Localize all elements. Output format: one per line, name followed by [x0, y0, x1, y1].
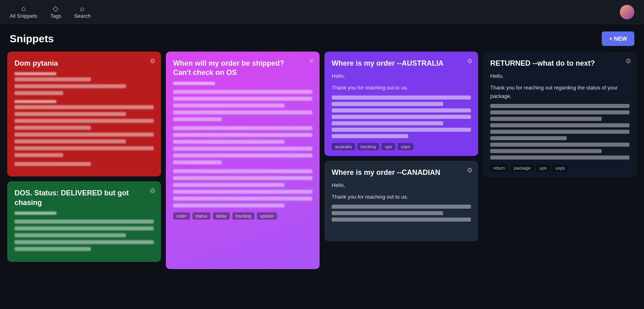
tag-update[interactable]: update [257, 212, 277, 220]
tag-delay[interactable]: delay [213, 212, 230, 220]
card-title: Dom pytania [14, 59, 154, 68]
card-body [14, 72, 154, 166]
tag-order[interactable]: order [173, 212, 190, 220]
tag-package[interactable]: package [511, 164, 534, 172]
card-tags: australia tracking ups usps [332, 143, 471, 150]
search-icon: ⌕ [80, 5, 85, 12]
tag-tracking[interactable]: tracking [357, 143, 380, 150]
nav-all-snippets-label: All Snippets [10, 13, 37, 19]
snippet-column-4: ⚙ RETURNED --what do to next? Hello, Tha… [481, 52, 639, 274]
tag-australia[interactable]: australia [332, 143, 355, 150]
card-body [173, 82, 312, 207]
card-title: Where is my order --AUSTRALIA [332, 59, 471, 68]
card-title: When will my order be shipped? Can't che… [173, 59, 312, 78]
card-where-canadian[interactable]: ⚙ Where is my order --CANADIAN Hello, Th… [324, 161, 478, 241]
page-header: Snippets + NEW [0, 24, 644, 52]
gear-icon[interactable]: ✕ [309, 57, 314, 65]
snippet-column-3: ⚙ Where is my order --AUSTRALIA Hello, T… [322, 52, 481, 274]
snippet-column-2: ✕ When will my order be shipped? Can't c… [163, 52, 322, 274]
snippet-column-1: ⚙ Dom pytania [5, 52, 163, 274]
card-where-australia[interactable]: ⚙ Where is my order --AUSTRALIA Hello, T… [324, 52, 478, 156]
card-body [14, 212, 154, 251]
gear-icon[interactable]: ⚙ [150, 57, 155, 65]
tag-usps[interactable]: usps [398, 143, 413, 150]
nav-all-snippets[interactable]: ⌂ All Snippets [10, 5, 37, 19]
card-returned[interactable]: ⚙ RETURNED --what do to next? Hello, Tha… [483, 52, 637, 177]
avatar[interactable] [620, 5, 634, 19]
nav-search[interactable]: ⌕ Search [74, 5, 91, 19]
card-dom-pytania[interactable]: ⚙ Dom pytania [7, 52, 161, 176]
gear-icon[interactable]: ⚙ [625, 57, 631, 65]
nav-items: ⌂ All Snippets ◇ Tags ⌕ Search [10, 5, 620, 19]
card-body: Hello, Thank you for reaching out to us. [332, 72, 471, 138]
tag-ups[interactable]: ups [536, 164, 550, 172]
card-dos-delivered[interactable]: ⚙ DOS. Status: DELIVERED but got chasing [7, 181, 161, 262]
tag-status[interactable]: status [192, 212, 211, 220]
snippets-grid: ⚙ Dom pytania [0, 52, 644, 274]
page-title: Snippets [10, 33, 54, 45]
nav-tags-label: Tags [50, 13, 61, 19]
card-body: Hello, Thank you for reaching out to us. [332, 181, 471, 222]
card-tags: return package ups usps [490, 164, 630, 172]
card-title: Where is my order --CANADIAN [332, 168, 471, 177]
card-body: Hello, Thank you for reaching out regard… [490, 72, 630, 159]
nav-tags[interactable]: ◇ Tags [50, 5, 61, 19]
gear-icon[interactable]: ⚙ [150, 187, 155, 195]
card-title: DOS. Status: DELIVERED but got chasing [14, 189, 154, 207]
new-snippet-button[interactable]: + NEW [602, 31, 634, 46]
tag-icon: ◇ [53, 5, 58, 12]
card-when-order[interactable]: ✕ When will my order be shipped? Can't c… [166, 52, 320, 269]
navbar: ⌂ All Snippets ◇ Tags ⌕ Search [0, 0, 644, 24]
card-title: RETURNED --what do to next? [490, 59, 630, 68]
home-icon: ⌂ [21, 5, 26, 12]
tag-ups[interactable]: ups [382, 143, 395, 150]
tag-return[interactable]: return [490, 164, 508, 172]
card-tags: order status delay tracking update [173, 212, 312, 220]
tag-tracking[interactable]: tracking [232, 212, 254, 220]
nav-search-label: Search [74, 13, 91, 19]
gear-icon[interactable]: ⚙ [467, 166, 473, 174]
tag-usps[interactable]: usps [552, 164, 568, 172]
gear-icon[interactable]: ⚙ [467, 57, 473, 65]
